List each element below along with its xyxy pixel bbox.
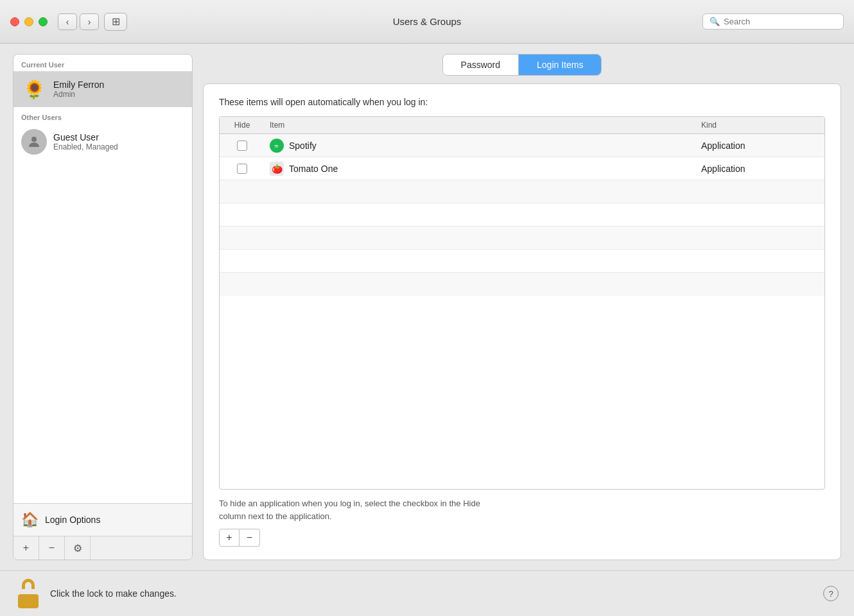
tab-password[interactable]: Password	[443, 55, 519, 75]
guest-user-name: Guest User	[53, 132, 118, 142]
tab-group: Password Login Items	[442, 54, 602, 76]
remove-login-item-button[interactable]: −	[240, 529, 260, 547]
remove-user-button[interactable]: −	[39, 536, 65, 560]
house-icon: 🏠	[21, 511, 39, 528]
settings-button[interactable]: ⚙	[65, 536, 91, 560]
login-options-label: Login Options	[45, 515, 100, 525]
add-login-item-button[interactable]: +	[219, 529, 240, 547]
table-row-empty	[220, 250, 824, 273]
nav-buttons: ‹ ›	[58, 13, 99, 30]
svg-point-0	[31, 137, 37, 142]
items-table: Hide Item Kind Spotify Applicat	[219, 116, 825, 490]
titlebar: ‹ › ⊞ Users & Groups 🔍	[0, 0, 854, 44]
table-row-empty	[220, 180, 824, 203]
tomato-icon: 🍅	[270, 162, 284, 176]
other-users-section-header: Other Users	[13, 107, 192, 124]
grid-button[interactable]: ⊞	[104, 13, 127, 31]
sidebar: Current User 🌻 Emily Ferron Admin Other …	[13, 54, 193, 560]
spotify-hide-checkbox[interactable]	[237, 141, 247, 151]
right-panel: Password Login Items These items will op…	[203, 54, 841, 560]
current-user-section-header: Current User	[13, 55, 192, 71]
spotify-hide-cell	[220, 141, 265, 151]
add-remove-bar: + −	[219, 529, 825, 547]
spotify-item-cell: Spotify	[265, 139, 696, 153]
help-button[interactable]: ?	[823, 586, 839, 601]
current-user-name: Emily Ferron	[53, 80, 104, 90]
close-button[interactable]	[10, 17, 19, 26]
tab-login-items[interactable]: Login Items	[519, 55, 601, 75]
hint-text: To hide an application when you log in, …	[219, 497, 825, 522]
table-header: Hide Item Kind	[220, 117, 824, 134]
table-row-empty	[220, 227, 824, 250]
search-bar: 🔍	[702, 13, 844, 30]
add-user-button[interactable]: +	[13, 536, 39, 560]
lock-label: Click the lock to make changes.	[50, 588, 177, 599]
guest-user-info: Guest User Enabled, Managed	[53, 132, 118, 151]
login-options-item[interactable]: 🏠 Login Options	[13, 503, 192, 536]
table-row: Spotify Application	[220, 134, 824, 157]
tomato-item-cell: 🍅 Tomato One	[265, 162, 696, 176]
col-kind-header: Kind	[696, 121, 824, 130]
lock-body	[18, 594, 39, 608]
tomato-kind-cell: Application	[696, 164, 824, 174]
minimize-button[interactable]	[24, 17, 33, 26]
spotify-kind-cell: Application	[696, 141, 824, 151]
tomato-hide-cell	[220, 164, 265, 174]
col-hide-header: Hide	[220, 121, 265, 130]
back-button[interactable]: ‹	[58, 13, 77, 30]
maximize-button[interactable]	[39, 17, 48, 26]
guest-user-item[interactable]: Guest User Enabled, Managed	[13, 124, 192, 160]
guest-user-role: Enabled, Managed	[53, 142, 118, 151]
tomato-hide-checkbox[interactable]	[237, 164, 247, 174]
spotify-icon	[270, 139, 284, 153]
lock-icon[interactable]	[15, 579, 41, 608]
table-body: Spotify Application 🍅 Tomato One	[220, 134, 824, 489]
table-row: 🍅 Tomato One Application	[220, 157, 824, 180]
description-text: These items will open automatically when…	[219, 97, 825, 107]
traffic-lights	[10, 17, 48, 26]
forward-button[interactable]: ›	[80, 13, 99, 30]
current-user-avatar-emoji: 🌻	[23, 79, 46, 100]
bottom-bar: Click the lock to make changes. ?	[0, 570, 854, 616]
sidebar-toolbar: + − ⚙	[13, 536, 192, 560]
spotify-name: Spotify	[289, 141, 317, 151]
current-user-item[interactable]: 🌻 Emily Ferron Admin	[13, 71, 192, 107]
main-content: Current User 🌻 Emily Ferron Admin Other …	[0, 44, 854, 570]
search-input[interactable]	[724, 17, 837, 26]
current-user-role: Admin	[53, 90, 104, 99]
tomato-name: Tomato One	[289, 164, 338, 174]
lock-shackle	[22, 579, 35, 589]
tab-bar: Password Login Items	[203, 54, 841, 76]
window-title: Users & Groups	[393, 16, 462, 27]
sidebar-list: Current User 🌻 Emily Ferron Admin Other …	[13, 55, 192, 503]
current-user-avatar: 🌻	[21, 76, 47, 102]
table-row-empty	[220, 273, 824, 296]
col-item-header: Item	[265, 121, 696, 130]
current-user-info: Emily Ferron Admin	[53, 80, 104, 99]
login-items-panel: These items will open automatically when…	[203, 83, 841, 560]
table-row-empty	[220, 203, 824, 227]
search-icon: 🔍	[710, 17, 720, 26]
guest-user-avatar	[21, 129, 47, 155]
